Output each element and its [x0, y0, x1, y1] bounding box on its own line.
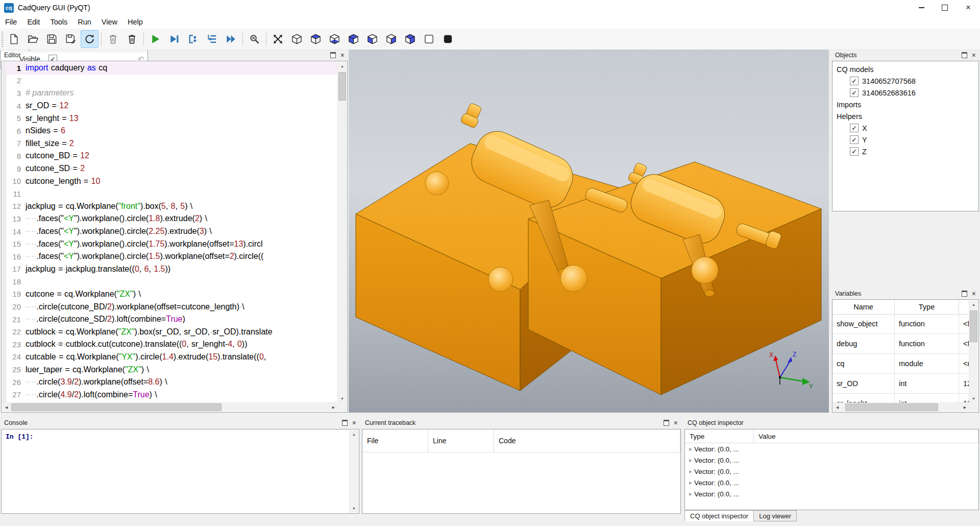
shaded-mode-button[interactable]: [439, 30, 457, 48]
scroll-right-icon[interactable]: ▶: [961, 403, 969, 412]
scroll-down-icon[interactable]: ▼: [969, 394, 978, 403]
view-back-button[interactable]: [401, 30, 419, 48]
close-panel-icon[interactable]: ×: [340, 52, 345, 59]
tree-item-z[interactable]: ✓Z: [832, 146, 978, 157]
render-button[interactable]: [146, 30, 164, 48]
tree-item-y[interactable]: ✓Y: [832, 134, 978, 146]
clear-objects-button[interactable]: [104, 30, 122, 48]
menu-item-tools[interactable]: Tools: [45, 15, 72, 29]
inspector-header-value[interactable]: Value: [754, 429, 978, 443]
variable-row[interactable]: sr_ODint12: [832, 374, 970, 394]
scroll-up-icon[interactable]: ▲: [350, 430, 358, 439]
inspector-table-header[interactable]: TypeValue: [685, 429, 978, 443]
view-bottom-button[interactable]: [326, 30, 344, 48]
scrollbar-thumb[interactable]: [970, 310, 977, 342]
console-body[interactable]: In [1]: ▲ ▼: [1, 429, 359, 514]
tree-item-x[interactable]: ✓X: [832, 122, 978, 134]
delete-object-button[interactable]: [123, 30, 141, 48]
tree-item-cq-models[interactable]: CQ models: [832, 63, 978, 75]
debug-button[interactable]: [165, 30, 183, 48]
scroll-left-icon[interactable]: ◀: [833, 403, 842, 412]
inspector-row[interactable]: ▶Vector: (0.0, ...: [685, 477, 978, 488]
scroll-up-icon[interactable]: ▲: [969, 300, 978, 309]
save-as-script-button[interactable]: [62, 30, 80, 48]
editor-vertical-scrollbar[interactable]: ▲ ▼: [337, 62, 347, 403]
view-iso-button[interactable]: [288, 30, 306, 48]
scroll-up-icon[interactable]: ▲: [338, 62, 347, 70]
inspector-row[interactable]: ▶Vector: (0.0, ...: [685, 455, 978, 466]
float-panel-icon[interactable]: [664, 420, 669, 426]
inspector-row[interactable]: ▶Vector: (0.0, ...: [685, 443, 978, 455]
wireframe-mode-button[interactable]: [420, 30, 438, 48]
maximize-button[interactable]: [933, 0, 957, 15]
float-panel-icon[interactable]: [342, 420, 348, 426]
tree-item-imports[interactable]: Imports: [832, 99, 978, 110]
traceback-header-line[interactable]: Line: [428, 429, 494, 452]
view-front-button[interactable]: [345, 30, 362, 48]
traceback-table-header[interactable]: FileLineCode: [362, 429, 680, 452]
save-script-button[interactable]: [43, 30, 61, 48]
checkbox[interactable]: ✓: [850, 135, 859, 144]
close-panel-icon[interactable]: ×: [674, 419, 678, 426]
tab-cq-object-inspector[interactable]: CQ object inspector: [684, 510, 754, 521]
scroll-right-icon[interactable]: ▶: [329, 403, 338, 412]
scroll-down-icon[interactable]: ▼: [350, 504, 358, 513]
view-left-button[interactable]: [363, 30, 381, 48]
expand-chevron-icon[interactable]: ▶: [687, 492, 694, 496]
traceback-header-file[interactable]: File: [362, 429, 428, 452]
scrollbar-thumb[interactable]: [338, 72, 346, 101]
cad-model-canvas[interactable]: X Z Y: [349, 50, 829, 413]
float-panel-icon[interactable]: [962, 52, 967, 58]
checkbox[interactable]: ✓: [850, 147, 859, 156]
menu-item-edit[interactable]: Edit: [22, 15, 45, 29]
view-right-button[interactable]: [382, 30, 400, 48]
tree-item-3140652683616[interactable]: ✓3140652683616: [832, 87, 978, 99]
code-area[interactable]: 1import·cadquery·as·cq23# parameters4sr_…: [6, 62, 338, 403]
float-panel-icon[interactable]: [330, 52, 336, 58]
variables-header-type[interactable]: Type: [895, 300, 959, 314]
checkbox[interactable]: ✓: [850, 88, 859, 97]
scrollbar-thumb[interactable]: [845, 403, 938, 411]
inspector-row[interactable]: ▶Vector: (0.0, ...: [685, 466, 978, 477]
tab-log-viewer[interactable]: Log viewer: [754, 510, 797, 521]
autoreload-button[interactable]: [81, 30, 99, 48]
minimize-button[interactable]: [910, 0, 933, 15]
menu-item-run[interactable]: Run: [72, 15, 96, 29]
variables-vertical-scrollbar[interactable]: ▲ ▼: [969, 300, 978, 403]
checkbox[interactable]: ✓: [850, 77, 859, 85]
variable-row[interactable]: show_objectfunction<f: [832, 314, 970, 334]
expand-chevron-icon[interactable]: ▶: [687, 481, 694, 485]
tree-item-3140652707568[interactable]: ✓3140652707568: [832, 75, 978, 87]
editor-body[interactable]: 1import·cadquery·as·cq23# parameters4sr_…: [1, 61, 348, 413]
continue-button[interactable]: [222, 30, 240, 48]
close-button[interactable]: ×: [957, 0, 980, 15]
float-panel-icon[interactable]: [962, 291, 967, 297]
3d-viewport[interactable]: X Z Y: [349, 50, 829, 413]
scroll-left-icon[interactable]: ◀: [2, 403, 11, 412]
open-script-button[interactable]: [24, 30, 42, 48]
variable-row[interactable]: cqmodule<m: [832, 354, 970, 374]
toggle-breakpoint-button[interactable]: [184, 30, 202, 48]
variables-header-value[interactable]: [959, 300, 970, 314]
close-panel-icon[interactable]: ×: [972, 52, 976, 59]
toolbar-drag-handle[interactable]: [2, 32, 3, 47]
traceback-header-code[interactable]: Code: [494, 429, 680, 452]
step-over-button[interactable]: [203, 30, 221, 48]
variables-header-name[interactable]: Name: [832, 300, 895, 314]
inspector-row[interactable]: ▶Vector: (0.0, ...: [685, 488, 978, 499]
variable-row[interactable]: debugfunction<f: [832, 334, 970, 354]
close-panel-icon[interactable]: ×: [972, 290, 976, 297]
tree-item-helpers[interactable]: Helpers: [832, 110, 978, 122]
fit-view-button[interactable]: [269, 30, 287, 48]
expand-chevron-icon[interactable]: ▶: [687, 458, 694, 463]
scrollbar-thumb[interactable]: [11, 403, 222, 411]
editor-horizontal-scrollbar[interactable]: ◀ ▶: [2, 402, 338, 412]
menu-item-file[interactable]: File: [0, 15, 22, 29]
menu-item-view[interactable]: View: [96, 15, 122, 29]
inspector-header-type[interactable]: Type: [685, 429, 754, 443]
expand-chevron-icon[interactable]: ▶: [687, 447, 694, 451]
scroll-down-icon[interactable]: ▼: [338, 394, 347, 403]
close-panel-icon[interactable]: ×: [352, 419, 356, 426]
new-script-button[interactable]: [5, 30, 23, 48]
variables-horizontal-scrollbar[interactable]: ◀ ▶: [833, 402, 969, 412]
